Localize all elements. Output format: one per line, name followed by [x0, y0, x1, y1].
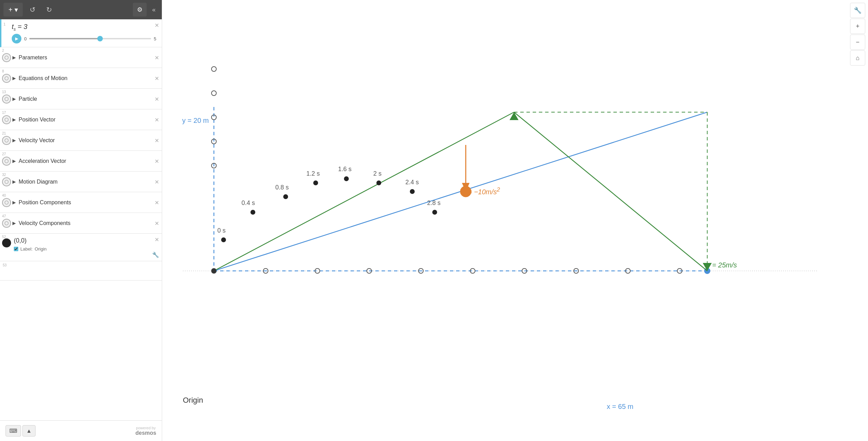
group-icon-parameters — [2, 53, 11, 62]
svg-point-4 — [5, 139, 8, 142]
add-button[interactable]: + ▾ — [3, 3, 23, 17]
chevron-icon: ▶ — [12, 117, 16, 122]
svg-point-0 — [5, 56, 8, 59]
time-label-24s: 2.4 s — [405, 179, 419, 186]
svg-point-43 — [283, 194, 288, 199]
group-close-acceleration-vector[interactable]: ✕ — [155, 158, 159, 164]
time-label-12s: 1.2 s — [306, 170, 320, 177]
time-label-0s: 0 s — [217, 227, 226, 234]
expand-button[interactable]: ▲ — [22, 425, 36, 437]
slider-close-button[interactable]: ✕ — [155, 22, 159, 29]
chevron-icon: ▶ — [12, 220, 16, 226]
group-icon-position-vector — [2, 115, 11, 124]
y-dimension-label: y = 20 m — [182, 117, 209, 125]
graph-wrench-button[interactable]: 🔧 — [850, 3, 865, 18]
svg-point-44 — [313, 180, 318, 185]
group-label-velocity-vector: Velocity Vector — [19, 137, 55, 144]
collapse-panel-button[interactable]: « — [149, 5, 158, 15]
row-number-40: 40 — [2, 194, 6, 197]
group-label-motion-diagram: Motion Diagram — [19, 179, 58, 185]
redo-button[interactable]: ↻ — [42, 3, 56, 17]
chevron-icon: ▶ — [12, 138, 16, 143]
desmos-logo: powered by desmos — [136, 426, 156, 436]
group-icon-motion-diagram — [2, 177, 11, 186]
group-close-parameters[interactable]: ✕ — [155, 54, 159, 61]
time-label-28s: 2.8 s — [427, 199, 441, 207]
group-label-position-vector: Position Vector — [19, 117, 56, 123]
svg-point-48 — [432, 210, 437, 215]
point-close-button[interactable]: ✕ — [155, 236, 159, 243]
group-row-velocity-vector[interactable]: 21 ▶ Velocity Vector ✕ — [0, 130, 162, 151]
keyboard-button[interactable]: ⌨ — [6, 425, 21, 437]
label-checkbox[interactable] — [14, 247, 18, 251]
origin-label: Origin — [183, 396, 203, 405]
row-number-8: 8 — [2, 69, 4, 73]
group-row-motion-diagram[interactable]: 32 ▶ Motion Diagram ✕ — [0, 172, 162, 192]
svg-point-45 — [344, 176, 349, 181]
group-row-position-vector[interactable]: 17 ▶ Position Vector ✕ — [0, 109, 162, 130]
time-label-2s: 2 s — [373, 170, 382, 177]
svg-point-25 — [211, 91, 216, 96]
row-number-1: 1 — [3, 22, 6, 26]
group-row-parameters[interactable]: 2 ▶ Parameters ✕ — [0, 47, 162, 68]
chevron-icon: ▶ — [12, 179, 16, 184]
graph-home-button[interactable]: ⌂ — [850, 50, 865, 66]
group-row-equations[interactable]: 8 ▶ Equations of Motion ✕ — [0, 68, 162, 89]
graph-zoom-out-button[interactable]: − — [850, 35, 865, 50]
slider-play-button[interactable]: ▶ — [12, 34, 21, 43]
group-close-particle[interactable]: ✕ — [155, 96, 159, 102]
expression-list: 1 ✕ ts = 3 ▶ 0 5 2 — [0, 19, 162, 420]
label-text: Label: — [20, 246, 32, 252]
row-number-53: 53 — [3, 263, 7, 267]
chevron-icon: ▶ — [12, 200, 16, 205]
group-label-position-components: Position Components — [19, 199, 71, 206]
svg-point-8 — [5, 222, 8, 225]
row-number-32: 32 — [2, 173, 6, 177]
row-number-21: 21 — [2, 131, 6, 135]
undo-button[interactable]: ↺ — [26, 3, 39, 17]
group-label-equations: Equations of Motion — [19, 75, 67, 81]
group-close-position-vector[interactable]: ✕ — [155, 116, 159, 123]
group-icon-velocity-components — [2, 219, 11, 228]
settings-button[interactable]: ⚙ — [133, 3, 147, 17]
group-label-velocity-components: Velocity Components — [19, 220, 70, 226]
wrench-icon[interactable]: 🔧 — [152, 252, 159, 258]
svg-point-1 — [5, 77, 8, 80]
group-close-equations[interactable]: ✕ — [155, 75, 159, 81]
bottom-bar: ⌨ ▲ powered by desmos — [0, 420, 162, 441]
svg-point-7 — [5, 201, 8, 204]
svg-point-3 — [5, 118, 8, 121]
svg-line-35 — [514, 112, 707, 271]
slider-row: 1 ✕ ts = 3 ▶ 0 5 — [0, 19, 162, 47]
group-row-position-components[interactable]: 40 ▶ Position Components ✕ — [0, 192, 162, 213]
group-close-motion-diagram[interactable]: ✕ — [155, 178, 159, 185]
time-label-04s: 0.4 s — [241, 199, 255, 207]
slider-max-value: 5 — [154, 36, 156, 41]
svg-point-47 — [410, 189, 415, 194]
group-close-position-components[interactable]: ✕ — [155, 199, 159, 206]
slider-track[interactable] — [29, 35, 151, 42]
graph-area[interactable]: Origin y = 20 m x = 65 m a = −10m/s2 v =… — [162, 0, 868, 441]
svg-point-24 — [211, 67, 216, 71]
group-close-velocity-vector[interactable]: ✕ — [155, 137, 159, 144]
empty-row-53[interactable]: 53 — [0, 261, 162, 281]
graph-settings-panel: 🔧 + − ⌂ — [847, 0, 868, 68]
acceleration-label: a = −10m/s2 — [462, 186, 500, 196]
velocity-label: v = 25m/s — [707, 261, 737, 269]
time-label-16s: 1.6 s — [338, 166, 352, 173]
group-row-acceleration-vector[interactable]: 27 ▶ Acceleration Vector ✕ — [0, 151, 162, 172]
group-row-particle[interactable]: 13 ▶ Particle ✕ — [0, 89, 162, 109]
group-icon-position-components — [2, 198, 11, 207]
svg-point-46 — [376, 180, 381, 185]
svg-point-49 — [211, 268, 216, 273]
chevron-icon: ▶ — [12, 96, 16, 101]
row-number-47: 47 — [2, 214, 6, 218]
group-icon-particle — [2, 95, 11, 104]
group-label-parameters: Parameters — [19, 55, 47, 61]
group-close-velocity-components[interactable]: ✕ — [155, 220, 159, 226]
time-label-08s: 0.8 s — [275, 184, 289, 191]
group-row-velocity-components[interactable]: 47 ▶ Velocity Components ✕ — [0, 213, 162, 234]
svg-point-5 — [5, 159, 8, 163]
left-panel: + ▾ ↺ ↻ ⚙ « 1 ✕ ts = 3 ▶ 0 — [0, 0, 162, 441]
graph-zoom-in-button[interactable]: + — [850, 19, 865, 34]
